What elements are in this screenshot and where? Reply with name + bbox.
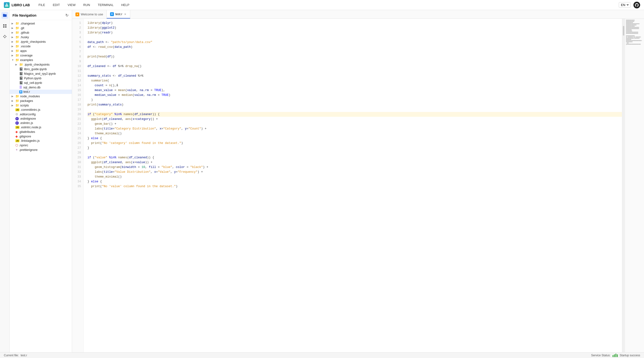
sidebar-tree-icon[interactable] xyxy=(2,33,8,40)
app-title: LIBRO LAB xyxy=(12,3,30,7)
code-line: geom_bar() + xyxy=(88,122,622,126)
tree-item--vscode[interactable]: ▶📁.vscode xyxy=(10,44,72,48)
line-number: 28 xyxy=(72,150,84,155)
tab-welcome[interactable]: ✦ Welcome to use xyxy=(72,10,107,18)
menu-right: EN JP ZH xyxy=(619,2,640,8)
bar-1 xyxy=(612,355,614,357)
refresh-button[interactable]: ↻ xyxy=(65,12,69,18)
line-number: 8 xyxy=(72,54,84,59)
tree-item--eslintrc-node-js[interactable]: JS.eslintrc.node.js xyxy=(10,125,72,130)
tree-item--gitattributes[interactable]: ◆.gitattributes xyxy=(10,130,72,134)
line-number: 15 xyxy=(72,88,84,93)
tree-item-packages[interactable]: ▶📁packages xyxy=(10,98,72,103)
line-number: 6 xyxy=(72,45,84,50)
line-number: 16 xyxy=(72,93,84,98)
line-number: 20 xyxy=(72,112,84,117)
line-number: 4 xyxy=(72,35,84,40)
tree-item--husky[interactable]: ▶📁.husky xyxy=(10,35,72,40)
menu-file[interactable]: FILE xyxy=(38,2,46,8)
line-number: 2 xyxy=(72,26,84,30)
tree-item-node-modules[interactable]: ▶📁node_modules xyxy=(10,94,72,98)
tree-item--changeset[interactable]: ▶📁.changeset xyxy=(10,21,72,26)
tree-arrow: ▶ xyxy=(12,50,14,52)
menu-terminal[interactable]: TERMINAL xyxy=(97,2,114,8)
code-line: theme_minimal() xyxy=(88,131,622,136)
tab-test-r[interactable]: R test.r × xyxy=(107,10,130,18)
tree-item--npmrc[interactable]: ⬡.npmrc xyxy=(10,143,72,148)
file-icon-r: R xyxy=(19,90,22,94)
tree-item-Python-ipynb[interactable]: 📓Python.ipynb xyxy=(10,76,72,80)
tree-item-test-r[interactable]: Rtest.r xyxy=(10,90,72,94)
tree-item--ipynb-checkpoints[interactable]: ▶📁.ipynb_checkpoints xyxy=(10,40,72,44)
svg-line-6 xyxy=(3,36,4,36)
tree-item--gitignore[interactable]: ◆.gitignore xyxy=(10,134,72,139)
code-line: print("No 'category' column found in the… xyxy=(88,141,622,146)
status-right: Service Status: Startup success xyxy=(591,354,640,357)
file-icon-folder: 📁 xyxy=(16,49,19,52)
svg-point-3 xyxy=(3,36,4,37)
editor-area: ✦ Welcome to use R test.r × 123456789101… xyxy=(72,10,644,352)
tree-item--eslintrc-js[interactable]: E.eslintrc.js xyxy=(10,121,72,125)
github-icon[interactable] xyxy=(634,2,640,8)
menu-edit[interactable]: EDIT xyxy=(52,2,61,8)
menu-run[interactable]: RUN xyxy=(82,2,91,8)
code-line: count = n(),å xyxy=(88,83,622,88)
sidebar-files-icon[interactable] xyxy=(2,12,8,19)
language-select[interactable]: EN JP ZH xyxy=(619,2,630,8)
menu-help[interactable]: HELP xyxy=(120,2,130,8)
tree-item--editorconfig[interactable]: ⚙.editorconfig xyxy=(10,112,72,116)
line-number: 9 xyxy=(72,59,84,64)
tree-item-Magics-and-rpy2-ipynb[interactable]: 📓Magics_and_rpy2.ipynb xyxy=(10,71,72,76)
line-number: 24 xyxy=(72,131,84,136)
code-line: median_value = median(value, na.rm = TRU… xyxy=(88,93,622,98)
tree-item--github[interactable]: ▶📁.github xyxy=(10,30,72,35)
tree-item--ipynb-checkpoints[interactable]: ▶📁.ipynb_checkpoints xyxy=(10,62,72,67)
file-icon-folder: 📁 xyxy=(16,40,19,44)
tree-item-coverage[interactable]: ▶📁coverage xyxy=(10,53,72,58)
tree-label: Magics_and_rpy2.ipynb xyxy=(24,72,56,76)
menubar: LIBRO LAB FILE EDIT VIEW RUN TERMINAL HE… xyxy=(0,0,644,10)
svg-point-5 xyxy=(4,38,5,38)
tab-close-button[interactable]: × xyxy=(124,12,127,16)
tree-item--eslintignore[interactable]: E.eslintignore xyxy=(10,116,72,121)
tree-label: .gitattributes xyxy=(19,130,35,134)
sidebar-grid-icon[interactable] xyxy=(2,22,8,29)
tree-item--commitlintrc-js[interactable]: JS.commitlintrc.js xyxy=(10,108,72,112)
code-line: summary_stats <- df_cleaned %>% xyxy=(88,74,622,78)
tabs-bar: ✦ Welcome to use R test.r × xyxy=(72,10,644,19)
tree-item-apps[interactable]: ▶📁apps xyxy=(10,48,72,53)
code-line: data_path <- "path/to/your/data.csv" xyxy=(88,40,622,45)
code-line: } else { xyxy=(88,136,622,141)
tree-label: .editorconfig xyxy=(19,113,36,116)
tree-item--lintstagedrc-js[interactable]: JS.lintstagedrc.js xyxy=(10,139,72,143)
tree-label: .changeset xyxy=(20,22,35,25)
menu-view[interactable]: VIEW xyxy=(66,2,76,8)
file-icon-prettier: ✦ xyxy=(16,148,18,152)
tree-item--git[interactable]: ▶📁.git xyxy=(10,26,72,30)
tree-item-sql-cell-ipynb[interactable]: 📓sql_cell.ipynb xyxy=(10,80,72,85)
file-icon-folder: 📁 xyxy=(16,94,19,98)
file-icon-js: JS xyxy=(16,139,20,142)
code-line xyxy=(88,59,622,64)
editor-scroll-thumb[interactable] xyxy=(623,26,624,36)
logo-icon xyxy=(4,2,10,8)
tree-item-examples[interactable]: ▼📁examples xyxy=(10,58,72,62)
service-status-value: Startup success xyxy=(620,354,640,357)
editor-scroll-track[interactable] xyxy=(622,19,625,352)
line-number: 26 xyxy=(72,141,84,146)
app-logo[interactable]: LIBRO LAB xyxy=(4,2,30,8)
tree-item-scripts[interactable]: ▶📁scripts xyxy=(10,103,72,108)
file-icon-ipynb: 📓 xyxy=(19,67,23,71)
code-line: mean_value = mean(value, na.rm = TRUE), xyxy=(88,88,622,93)
tree-label: packages xyxy=(20,99,33,102)
code-content[interactable]: library(dplyr)library(ggplot2)library(re… xyxy=(84,19,622,352)
tree-arrow: ▶ xyxy=(12,36,14,38)
tree-item--prettierignore[interactable]: ✦.prettierignore xyxy=(10,148,72,152)
file-icon-cfg: ⚙ xyxy=(16,112,18,116)
tree-arrow: ▶ xyxy=(12,54,14,57)
code-line: library(readr) xyxy=(88,30,622,35)
tree-item-libro-guide-ipynb[interactable]: 📓libro_guide.ipynb xyxy=(10,67,72,71)
tree-item-sql-demo-db[interactable]: 🗄sql_demo.db xyxy=(10,85,72,90)
file-icon-git: ◆ xyxy=(16,130,18,134)
svg-line-7 xyxy=(5,36,6,36)
